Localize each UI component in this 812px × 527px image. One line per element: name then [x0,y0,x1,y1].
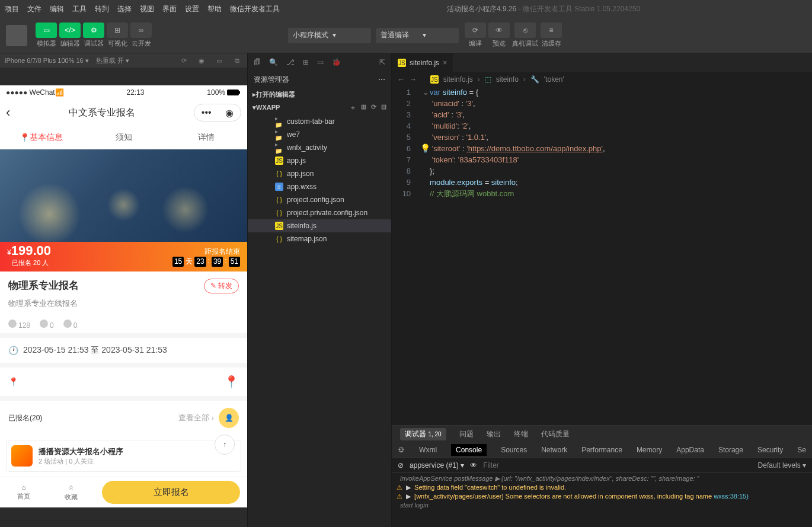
remote-debug-icon[interactable]: ⎋ [514,23,536,38]
enroll-button[interactable]: 立即报名 [102,481,240,504]
scroll-top-button[interactable]: ↑ [215,435,235,455]
sub-more[interactable]: Se [797,446,806,454]
menu-item[interactable]: 编辑 [50,4,64,14]
menu-item[interactable]: 转到 [95,4,109,14]
menu-item[interactable]: 文件 [27,4,41,14]
menu-item[interactable]: 设置 [185,4,199,14]
tabbar-home[interactable]: ⌂首页 [0,477,47,507]
compile-icon[interactable]: ⟳ [465,23,486,38]
menu-item[interactable]: 界面 [162,4,177,14]
file-project.private.config.json[interactable]: { } project.private.config.json [248,206,391,219]
dbg-tab-terminal[interactable]: 终端 [514,429,528,439]
root-section[interactable]: ▾ WXAPP ＋⊞⟳⊟ [248,101,391,114]
file-we7[interactable]: ▸ 📁 we7 [248,128,391,141]
sub-appdata[interactable]: AppData [676,446,704,454]
file-app.json[interactable]: { } app.json [248,167,391,180]
tab-basic[interactable]: 📍基本信息 [0,126,82,149]
sub-storage[interactable]: Storage [718,446,743,454]
dbg-tab-quality[interactable]: 代码质量 [541,429,570,439]
promo-thumb [11,445,33,467]
menu-item[interactable]: 工具 [72,4,87,14]
page-tabs: 📍基本信息 须知 详情 [0,126,247,149]
clear-cache-icon[interactable]: ≡ [541,23,562,38]
enrolled-row[interactable]: 已报名(20) 查看全部 › 👤 [0,396,247,435]
dbg-tab-problems[interactable]: 问题 [459,429,474,439]
lightbulb-icon[interactable]: 💡 [420,143,430,154]
menu-item[interactable]: 微信开发者工具 [230,4,280,14]
collapse-icon[interactable]: ⊟ [381,103,386,112]
clock-icon: 🕐 [8,346,18,355]
capsule-menu[interactable]: •••◉ [194,104,241,122]
back-nav-icon[interactable]: ← [398,75,405,84]
sub-performance[interactable]: Performance [581,446,622,454]
clear-icon[interactable]: ⊘ [398,461,404,469]
ext3-icon[interactable]: 🐞 [332,58,341,66]
file-app.wxss[interactable]: ≡ app.wxss [248,180,391,193]
tab-detail[interactable]: 详情 [165,126,247,149]
file-sitemap.json[interactable]: { } sitemap.json [248,232,391,245]
context-select[interactable]: appservice (#1) ▾ [410,461,464,469]
file-project.config.json[interactable]: { } project.config.json [248,193,391,206]
refresh-icon[interactable]: ⟳ [178,55,189,66]
new-folder-icon[interactable]: ⊞ [361,103,366,112]
eye-icon[interactable]: 👁 [470,461,477,469]
back-icon[interactable]: ‹ [6,105,10,120]
code-area[interactable]: 💡 12345678910 ⌄var siteinfo = { 'uniacid… [392,87,812,425]
ext1-icon[interactable]: ⊞ [303,58,309,66]
share-button[interactable]: ✎ 转发 [204,279,239,293]
files-icon[interactable]: 🗐 [254,58,261,66]
sub-memory[interactable]: Memory [637,446,662,454]
hot-reload-toggle[interactable]: 热重载 开 ▾ [96,56,129,65]
filter-input[interactable] [483,461,752,469]
file-custom-tab-bar[interactable]: ▸ 📁 custom-tab-bar [248,115,391,128]
dbg-tab-output[interactable]: 输出 [487,429,501,439]
time-row: 🕐2023-05-15 21:53 至 2023-05-31 21:53 [0,333,247,363]
menu-item[interactable]: 帮助 [207,4,222,14]
titlebar: 项目 文件 编辑 工具 转到 选择 视图 界面 设置 帮助 微信开发者工具 活动… [0,0,812,18]
file-wnfx_activity[interactable]: ▸ 📁 wnfx_activity [248,141,391,154]
device-selector[interactable]: iPhone 6/7/8 Plus 100% 16 ▾ [5,57,89,65]
refresh-tree-icon[interactable]: ⟳ [371,103,376,112]
git-icon[interactable]: ⎇ [286,58,295,66]
levels-select[interactable]: Default levels ▾ [758,461,806,469]
record-icon[interactable]: ◉ [196,55,207,66]
split-icon[interactable]: ⧉ [232,55,242,66]
console-log[interactable]: invokeAppService postMessage ▶ {url: "/w… [392,473,812,527]
open-editors-section[interactable]: ▸ 打开的编辑器 [248,88,391,101]
device-icon[interactable]: ▭ [214,55,225,66]
compile-target-select[interactable]: 普通编译 ▾ [376,28,459,43]
location-row[interactable]: 📍📍 [0,363,247,396]
simulator-button[interactable]: ▭ [36,23,57,38]
file-app.js[interactable]: JS app.js [248,154,391,167]
sub-security[interactable]: Security [757,446,783,454]
debugger-button[interactable]: ⚙ [83,23,104,38]
dbg-tab-debugger[interactable]: 调试器 1, 20 [400,428,446,440]
editor-tab[interactable]: JSsiteinfo.js× [392,53,453,72]
promo-card[interactable]: ↑ 播播资源大学报名小程序2 场活动 | 0 人关注 [6,440,241,472]
menu-item[interactable]: 视图 [140,4,154,14]
map-pin-icon[interactable]: 📍 [224,375,239,389]
visual-button[interactable]: ⊞ [107,23,128,38]
tabbar-fav[interactable]: ☆收藏 [47,477,95,507]
compile-mode-select[interactable]: 小程序模式 ▾ [288,28,371,43]
preview-icon[interactable]: 👁 [488,23,510,38]
inspect-icon[interactable]: ⯐ [398,446,405,454]
menu-item[interactable]: 项目 [5,4,19,14]
pin-icon[interactable]: ⇱ [379,58,385,66]
tab-notice[interactable]: 须知 [82,126,165,149]
cloud-button[interactable]: ∞ [130,23,152,38]
close-icon[interactable]: × [443,59,447,67]
editor-button[interactable]: </> [59,23,81,38]
menu-item[interactable]: 选择 [117,4,132,14]
ext2-icon[interactable]: ▭ [317,58,324,66]
more-icon[interactable]: ⋯ [378,75,385,84]
view-all-link[interactable]: 查看全部 › [178,413,214,423]
search-icon[interactable]: 🔍 [269,58,278,66]
sub-console[interactable]: Console [451,444,487,456]
new-file-icon[interactable]: ＋ [350,103,356,112]
fwd-nav-icon[interactable]: → [410,75,417,84]
sub-network[interactable]: Network [541,446,567,454]
sub-wxml[interactable]: Wxml [419,446,437,454]
file-siteinfo.js[interactable]: JS siteinfo.js [248,219,391,232]
sub-sources[interactable]: Sources [501,446,527,454]
